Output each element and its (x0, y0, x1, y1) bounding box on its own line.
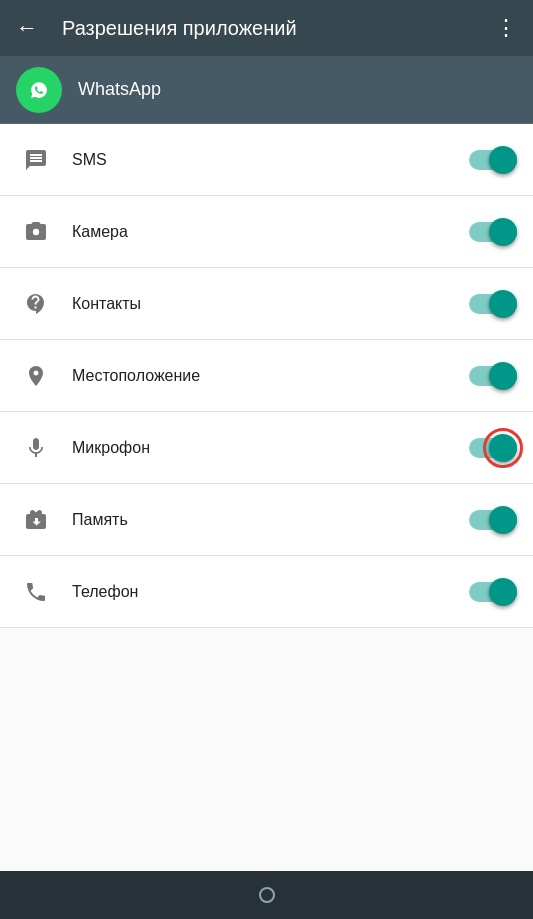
microphone-icon (16, 436, 56, 460)
back-button[interactable]: ← (16, 15, 38, 41)
toggle-sms[interactable] (469, 146, 517, 174)
page-title: Разрешения приложений (62, 17, 495, 40)
toggle-camera[interactable] (469, 218, 517, 246)
phone-icon (16, 580, 56, 604)
permission-item-camera: Камера (0, 196, 533, 268)
toggle-storage[interactable] (469, 506, 517, 534)
app-name: WhatsApp (78, 79, 161, 100)
permissions-list: SMSКамераКонтактыМестоположениеМикрофонП… (0, 124, 533, 628)
permission-item-contacts: Контакты (0, 268, 533, 340)
toggle-microphone[interactable] (469, 434, 517, 462)
more-options-button[interactable]: ⋮ (495, 15, 517, 41)
permission-label-camera: Камера (72, 223, 469, 241)
toggle-thumb-camera (489, 218, 517, 246)
permission-label-storage: Память (72, 511, 469, 529)
toggle-thumb-phone (489, 578, 517, 606)
toggle-thumb-storage (489, 506, 517, 534)
permission-label-phone: Телефон (72, 583, 469, 601)
app-header: WhatsApp (0, 56, 533, 124)
app-logo (16, 67, 62, 113)
sms-icon (16, 148, 56, 172)
toggle-location[interactable] (469, 362, 517, 390)
toggle-contacts[interactable] (469, 290, 517, 318)
camera-icon (16, 220, 56, 244)
permission-label-contacts: Контакты (72, 295, 469, 313)
toggle-thumb-location (489, 362, 517, 390)
home-icon (259, 887, 275, 903)
toggle-thumb-microphone (489, 434, 517, 462)
toggle-phone[interactable] (469, 578, 517, 606)
permission-label-location: Местоположение (72, 367, 469, 385)
permission-item-phone: Телефон (0, 556, 533, 628)
storage-icon (16, 508, 56, 532)
toggle-thumb-sms (489, 146, 517, 174)
location-icon (16, 364, 56, 388)
top-bar: ← Разрешения приложений ⋮ (0, 0, 533, 56)
permission-item-sms: SMS (0, 124, 533, 196)
permission-item-storage: Память (0, 484, 533, 556)
permission-item-microphone: Микрофон (0, 412, 533, 484)
permission-label-microphone: Микрофон (72, 439, 469, 457)
permission-item-location: Местоположение (0, 340, 533, 412)
nav-bar (0, 871, 533, 919)
permission-label-sms: SMS (72, 151, 469, 169)
contacts-icon (16, 292, 56, 316)
toggle-thumb-contacts (489, 290, 517, 318)
home-button[interactable] (247, 875, 287, 915)
